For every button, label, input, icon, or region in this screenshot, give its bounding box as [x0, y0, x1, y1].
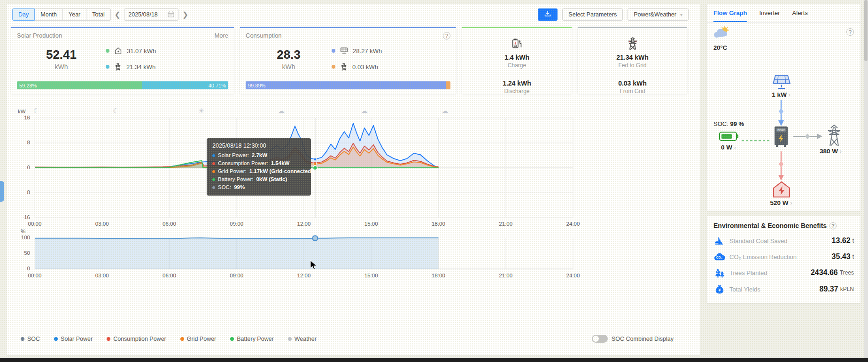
x-axis-tick: 21:00 [496, 273, 516, 278]
benefit-value: 2434.66 [811, 268, 838, 277]
flow-house-value[interactable]: 520 W › [707, 199, 855, 206]
legend-label: Battery Power [237, 336, 274, 342]
benefits-title: Environmental & Economic Benefits ? [713, 222, 854, 229]
tooltip-timestamp: 2025/08/18 12:30:00 [212, 142, 305, 149]
tooltip-label: Battery Power: [218, 175, 253, 183]
flow-graph-panel: Flow GraphInverterAlerts ? 20°C 1 kW › S… [707, 4, 860, 211]
benefit-label: Trees Planted [729, 269, 811, 276]
legend-dot [54, 337, 58, 341]
legend-item-grid-power[interactable]: Grid Power [180, 336, 217, 342]
tooltip-value: 0kW (Static) [256, 175, 287, 183]
flow-grid-tower-icon [823, 124, 845, 149]
legend-item-weather[interactable]: Weather [288, 336, 317, 342]
legend-dot [107, 337, 110, 341]
x-axis-tick: 03:00 [92, 273, 112, 278]
y-axis-unit: kW [18, 109, 26, 114]
legend-dot [288, 337, 292, 341]
tooltip-row: SOC:99% [212, 183, 305, 191]
power-chart[interactable]: kW1680-8-16%10050000:0000:0003:0003:0006… [7, 4, 700, 355]
x-axis-tick: 06:00 [159, 273, 180, 278]
chart-tooltip: 2025/08/18 12:30:00 Solar Power:2.7kWCon… [207, 138, 311, 196]
x-axis-tick: 24:00 [563, 221, 583, 227]
axis-tick: 50 [14, 250, 30, 256]
soc-axis-unit: % [21, 228, 25, 234]
tab-inverter[interactable]: Inverter [760, 9, 780, 22]
flow-inverter-icon: DC/AC [773, 126, 790, 150]
axis-tick: -16 [14, 214, 30, 220]
flow-solar-arrow [777, 100, 785, 128]
tooltip-dot [212, 170, 215, 173]
x-axis-tick: 06:00 [159, 221, 180, 227]
axis-tick: 16 [14, 115, 30, 120]
tooltip-value: 2.7kW [252, 151, 267, 159]
trees-icon [713, 268, 726, 278]
x-axis-tick: 09:00 [226, 273, 247, 278]
legend-dot [230, 337, 234, 341]
soc-combined-toggle[interactable] [592, 335, 608, 343]
flow-grid-value[interactable]: 380 W › [820, 148, 842, 155]
legend-dot [21, 337, 24, 341]
flow-battery-icon [719, 131, 739, 144]
legend-item-battery-power[interactable]: Battery Power [230, 336, 274, 342]
tooltip-value: 1.54kW [271, 159, 290, 167]
tooltip-label: SOC: [218, 183, 231, 191]
benefit-unit: Trees [840, 269, 854, 276]
x-axis-tick: 21:00 [496, 221, 516, 227]
tooltip-row: Battery Power:0kW (Static) [212, 175, 305, 183]
x-axis-tick: 24:00 [563, 273, 583, 278]
benefit-value: 35.43 [832, 252, 851, 261]
tooltip-label: Consumption Power: [218, 159, 268, 167]
benefit-label: CO₂ Emission Reduction [729, 253, 832, 260]
benefit-row: Trees Planted2434.66Trees [713, 268, 854, 278]
flow-battery-value[interactable]: 0 W › [721, 144, 736, 151]
co2-icon: CO₂ [713, 252, 726, 261]
help-icon[interactable]: ? [846, 28, 854, 36]
weather-moon-icon: ☾ [113, 107, 119, 115]
flow-house-icon [772, 181, 791, 200]
legend-item-solar-power[interactable]: Solar Power [54, 336, 93, 342]
x-axis-tick: 00:00 [24, 221, 45, 227]
page-scrollbar[interactable] [864, 0, 868, 358]
x-axis-tick: 03:00 [92, 221, 112, 227]
benefit-unit: t [852, 253, 854, 260]
flow-house-arrow [777, 151, 785, 182]
flow-soc-text: SOC: 99 % [713, 120, 744, 127]
benefit-row: Standard Coal Saved13.62t [713, 236, 854, 246]
tooltip-dot [212, 162, 215, 165]
flow-solar-panel-icon [772, 73, 791, 92]
tooltip-dot [212, 154, 215, 157]
legend-dot [180, 337, 184, 341]
tab-alerts[interactable]: Alerts [792, 9, 808, 22]
side-drawer-handle[interactable] [0, 181, 4, 202]
tooltip-label: Solar Power: [218, 151, 249, 159]
x-axis-tick: 09:00 [226, 221, 247, 227]
flow-solar-value[interactable]: 1 kW › [707, 91, 855, 98]
svg-text:CO₂: CO₂ [716, 256, 722, 259]
benefit-row: ¥Total Yields89.37kPLN [713, 284, 854, 294]
tooltip-dot [212, 186, 215, 189]
benefit-value: 89.37 [820, 285, 838, 293]
x-axis-tick: 00:00 [24, 273, 45, 278]
svg-text:¥: ¥ [719, 288, 721, 292]
tab-flow-graph[interactable]: Flow Graph [713, 9, 747, 22]
temperature-value: 20°C [713, 44, 727, 51]
weather-moon-icon: ☾ [33, 107, 39, 115]
coal-icon [713, 236, 726, 246]
benefit-value: 13.62 [832, 236, 851, 245]
help-icon[interactable]: ? [829, 222, 837, 229]
legend-label: Grid Power [187, 336, 217, 342]
legend-item-consumption-power[interactable]: Consumption Power [107, 336, 166, 342]
legend-label: Weather [294, 336, 317, 342]
bottom-bar [0, 358, 868, 362]
tooltip-row: Solar Power:2.7kW [212, 151, 305, 159]
benefit-label: Standard Coal Saved [729, 237, 832, 244]
tooltip-dot [212, 178, 215, 181]
benefits-panel: Environmental & Economic Benefits ? Stan… [707, 216, 860, 303]
axis-tick: 0 [14, 266, 30, 271]
legend-item-soc[interactable]: SOC [21, 336, 40, 342]
legend-label: Consumption Power [113, 336, 166, 342]
yields-icon: ¥ [713, 284, 726, 294]
weather-cloud-icon: ☁ [361, 107, 368, 115]
tooltip-row: Consumption Power:1.54kW [212, 159, 305, 167]
tooltip-value: 99% [234, 183, 245, 191]
